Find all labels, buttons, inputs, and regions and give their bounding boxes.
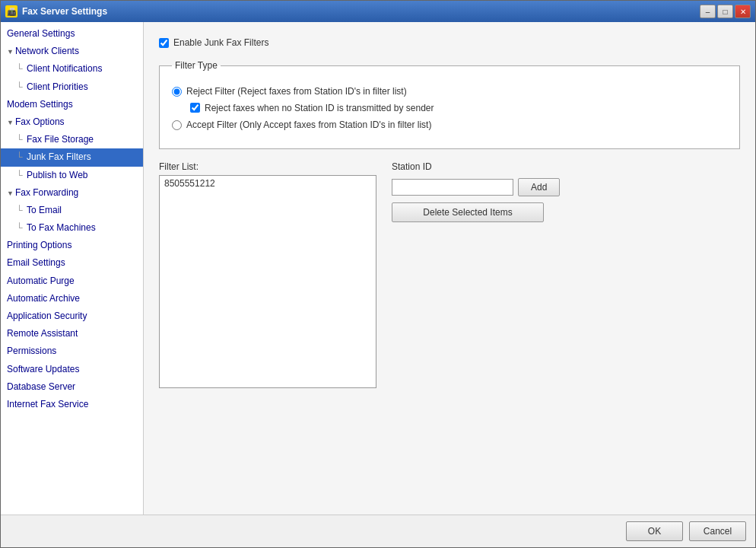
sidebar-item-label: Automatic Purge (7, 276, 75, 286)
sidebar-item-automatic-archive[interactable]: Automatic Archive (1, 290, 143, 307)
sidebar-item-to-fax-machines[interactable]: └To Fax Machines (1, 219, 143, 237)
title-bar-left: 📠 Fax Server Settings (5, 5, 107, 18)
sidebar-item-label: General Settings (7, 28, 75, 39)
tree-line-icon: └ (16, 221, 25, 235)
reject-no-station-checkbox[interactable] (190, 103, 200, 113)
sidebar-item-label: Application Security (7, 311, 87, 321)
filter-list-item[interactable]: 8505551212 (161, 177, 374, 190)
sidebar-item-fax-forwarding[interactable]: ▼Fax Forwarding (1, 184, 143, 202)
station-id-input[interactable] (392, 179, 513, 196)
filter-list-section: Filter List: 8505551212 (159, 161, 376, 499)
sidebar-item-label: Fax File Storage (27, 134, 94, 145)
tree-line-icon: └ (16, 150, 25, 164)
sidebar-item-label: To Fax Machines (27, 222, 96, 233)
sidebar-item-to-email[interactable]: └To Email (1, 202, 143, 219)
station-id-section: Station ID Add Delete Selected Items (392, 161, 560, 499)
sidebar-item-fax-options[interactable]: ▼Fax Options (1, 113, 143, 131)
station-id-row: Add (392, 178, 560, 196)
sidebar-item-label: Modem Settings (7, 99, 73, 110)
tree-line-icon: └ (16, 168, 25, 183)
filter-type-legend: Filter Type (172, 60, 221, 71)
minimize-button[interactable]: – (700, 5, 716, 18)
sidebar-item-database-server[interactable]: Database Server (1, 378, 143, 396)
tree-line-icon: └ (16, 203, 25, 218)
reject-filter-row: Reject Filter (Reject faxes from Station… (172, 86, 727, 97)
sidebar-item-application-security[interactable]: Application Security (1, 307, 143, 325)
main-content: General Settings▼Network Clients└Client … (1, 22, 755, 515)
main-window: 📠 Fax Server Settings – □ ✕ General Sett… (0, 0, 756, 548)
sidebar-item-software-updates[interactable]: Software Updates (1, 361, 143, 378)
app-icon: 📠 (5, 5, 17, 18)
ok-button[interactable]: OK (626, 521, 683, 541)
cancel-button[interactable]: Cancel (689, 521, 746, 541)
filter-lists-row: Filter List: 8505551212 Station ID Add D… (159, 161, 740, 499)
sidebar-item-printing-options[interactable]: Printing Options (1, 237, 143, 254)
sidebar-item-email-settings[interactable]: Email Settings (1, 254, 143, 272)
close-button[interactable]: ✕ (735, 5, 751, 18)
reject-no-station-row: Reject faxes when no Station ID is trans… (190, 103, 727, 113)
accept-filter-label: Accept Filter (Only Accept faxes from St… (186, 119, 431, 130)
sidebar-item-fax-file-storage[interactable]: └Fax File Storage (1, 131, 143, 148)
sidebar-item-network-clients[interactable]: ▼Network Clients (1, 43, 143, 60)
expand-arrow-icon: ▼ (7, 188, 14, 199)
sidebar-item-label: Internet Fax Service (7, 399, 88, 409)
sidebar-item-client-priorities[interactable]: └Client Priorities (1, 78, 143, 96)
accept-filter-radio[interactable] (172, 120, 182, 130)
delete-selected-button[interactable]: Delete Selected Items (392, 202, 544, 222)
sidebar-item-label: Network Clients (15, 46, 79, 56)
window-title: Fax Server Settings (22, 6, 107, 17)
sidebar-item-label: Junk Fax Filters (27, 151, 91, 162)
sidebar-item-permissions[interactable]: Permissions (1, 342, 143, 360)
sidebar-item-label: Database Server (7, 381, 75, 392)
sidebar-item-label: Email Settings (7, 257, 65, 268)
sidebar-item-label: Fax Options (15, 116, 65, 127)
enable-junk-filter-label: Enable Junk Fax Filters (173, 37, 268, 48)
expand-arrow-icon: ▼ (7, 46, 14, 57)
sidebar-item-automatic-purge[interactable]: Automatic Purge (1, 272, 143, 290)
content-area: Enable Junk Fax Filters Filter Type Reje… (144, 22, 755, 515)
reject-filter-label: Reject Filter (Reject faxes from Station… (186, 86, 407, 97)
sidebar-item-label: Fax Forwarding (15, 187, 78, 198)
enable-junk-filter-checkbox[interactable] (159, 38, 169, 48)
sidebar-item-label: To Email (27, 205, 62, 215)
filter-listbox[interactable]: 8505551212 (159, 175, 376, 388)
sidebar: General Settings▼Network Clients└Client … (1, 22, 144, 515)
sidebar-item-label: Publish to Web (27, 170, 88, 180)
sidebar-item-label: Printing Options (7, 240, 71, 250)
accept-filter-row: Accept Filter (Only Accept faxes from St… (172, 119, 727, 130)
tree-line-icon: └ (16, 80, 25, 94)
title-bar-buttons: – □ ✕ (700, 5, 751, 18)
add-button[interactable]: Add (518, 178, 560, 196)
sidebar-item-label: Client Notifications (27, 63, 102, 74)
title-bar: 📠 Fax Server Settings – □ ✕ (1, 1, 755, 22)
sidebar-item-label: Remote Assistant (7, 328, 78, 339)
tree-line-icon: └ (16, 132, 25, 147)
reject-filter-radio[interactable] (172, 87, 182, 97)
enable-junk-filter-row: Enable Junk Fax Filters (159, 37, 740, 48)
sidebar-item-label: Client Priorities (27, 81, 88, 92)
expand-arrow-icon: ▼ (7, 117, 14, 128)
sidebar-item-remote-assistant[interactable]: Remote Assistant (1, 325, 143, 342)
station-id-label: Station ID (392, 161, 560, 172)
tree-line-icon: └ (16, 62, 25, 76)
filter-list-label: Filter List: (159, 161, 376, 172)
maximize-button[interactable]: □ (717, 5, 733, 18)
sidebar-item-publish-to-web[interactable]: └Publish to Web (1, 167, 143, 184)
sidebar-item-label: Software Updates (7, 364, 79, 374)
sidebar-item-label: Automatic Archive (7, 293, 80, 304)
sidebar-item-client-notifications[interactable]: └Client Notifications (1, 60, 143, 78)
sidebar-item-label: Permissions (7, 346, 56, 356)
reject-no-station-label: Reject faxes when no Station ID is trans… (205, 103, 434, 113)
sidebar-item-modem-settings[interactable]: Modem Settings (1, 96, 143, 113)
bottom-bar: OK Cancel (1, 515, 755, 547)
sidebar-item-junk-fax-filters[interactable]: └Junk Fax Filters (1, 148, 143, 166)
sidebar-item-general-settings[interactable]: General Settings (1, 25, 143, 43)
filter-type-group: Filter Type Reject Filter (Reject faxes … (159, 60, 740, 149)
sidebar-item-internet-fax-service[interactable]: Internet Fax Service (1, 396, 143, 413)
